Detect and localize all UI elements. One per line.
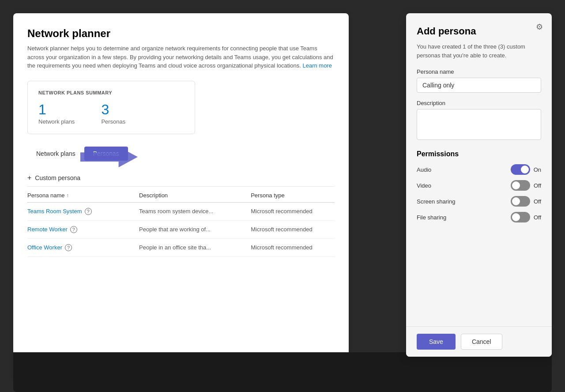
tabs: Network plans Personas: [27, 147, 335, 161]
main-panel: Network planner Network planner helps yo…: [13, 13, 349, 379]
summary-card: NETWORK PLANS SUMMARY 1 Network plans 3 …: [27, 81, 195, 134]
row-name-remote-worker: Remote Worker ?: [27, 226, 139, 233]
row-desc-remote-worker: People that are working of...: [139, 226, 251, 233]
panel-buttons: Save Cancel: [406, 326, 552, 357]
video-state-label: Off: [534, 182, 541, 189]
table-header: Persona name ↑ Description Persona type: [27, 188, 335, 203]
row-name-teams-room: Teams Room System ?: [27, 208, 139, 215]
svg-marker-0: [80, 147, 138, 167]
tab-network-plans[interactable]: Network plans: [27, 147, 84, 161]
side-panel-bottom-black: [406, 370, 552, 392]
permission-video: Video Off: [417, 180, 541, 191]
audio-toggle-knob: [521, 166, 529, 173]
file-sharing-toggle-group: Off: [511, 212, 541, 222]
video-toggle-knob: [512, 181, 520, 189]
audio-label: Audio: [417, 166, 431, 173]
file-sharing-toggle-knob: [512, 213, 520, 221]
plus-icon: +: [27, 174, 31, 182]
video-toggle-group: Off: [511, 180, 541, 191]
screen-sharing-toggle-knob: [512, 197, 520, 205]
table-row: Remote Worker ? People that are working …: [27, 221, 335, 239]
network-plans-stat: 1 Network plans: [38, 102, 75, 125]
description-textarea[interactable]: [417, 109, 541, 140]
add-custom-label: Custom persona: [35, 174, 80, 181]
table-row: Teams Room System ? Teams room system de…: [27, 203, 335, 221]
help-icon-office-worker[interactable]: ?: [65, 244, 72, 251]
row-desc-office-worker: People in an office site tha...: [139, 244, 251, 251]
persona-name-label: Persona name: [417, 68, 541, 75]
screen-sharing-label: Screen sharing: [417, 198, 455, 205]
row-desc-teams-room: Teams room system device...: [139, 208, 251, 215]
col-header-type: Persona type: [251, 192, 335, 199]
screen-sharing-state-label: Off: [534, 198, 541, 205]
file-sharing-state-label: Off: [534, 214, 541, 221]
screen-sharing-toggle[interactable]: [511, 196, 530, 207]
row-name-office-worker: Office Worker ?: [27, 244, 139, 251]
cancel-button[interactable]: Cancel: [461, 334, 502, 350]
permission-audio: Audio On: [417, 164, 541, 175]
help-icon-remote-worker[interactable]: ?: [70, 226, 77, 233]
side-panel-subtitle: You have created 1 of the three (3) cust…: [417, 42, 541, 60]
permissions-title: Permissions: [417, 150, 541, 158]
help-icon-teams-room[interactable]: ?: [85, 208, 92, 215]
permission-screen-sharing: Screen sharing Off: [417, 196, 541, 207]
file-sharing-label: File sharing: [417, 214, 446, 221]
row-type-remote-worker: Microsoft recommended: [251, 226, 335, 233]
screen-sharing-toggle-group: Off: [511, 196, 541, 207]
description-label: Description: [417, 100, 541, 106]
row-type-office-worker: Microsoft recommended: [251, 244, 335, 251]
gear-icon[interactable]: ⚙: [536, 23, 543, 31]
persona-name-input[interactable]: [417, 78, 541, 93]
summary-card-title: NETWORK PLANS SUMMARY: [38, 90, 184, 95]
summary-stats: 1 Network plans 3 Personas: [38, 102, 184, 125]
network-plans-count: 1: [38, 102, 75, 117]
page-description: Network planner helps you to determine a…: [27, 44, 335, 70]
table-row: Office Worker ? People in an office site…: [27, 239, 335, 257]
row-type-teams-room: Microsoft recommended: [251, 208, 335, 215]
permission-file-sharing: File sharing Off: [417, 212, 541, 222]
arrow-hint: [80, 144, 138, 170]
gear-icon-area: ⚙: [536, 22, 543, 32]
side-panel-title: Add persona: [417, 26, 541, 37]
audio-state-label: On: [534, 166, 541, 173]
audio-toggle[interactable]: [511, 164, 530, 175]
col-header-name[interactable]: Persona name ↑: [27, 192, 139, 199]
arrow-svg: [80, 144, 138, 170]
remote-worker-link[interactable]: Remote Worker: [27, 226, 68, 233]
office-worker-link[interactable]: Office Worker: [27, 244, 62, 251]
save-button[interactable]: Save: [417, 334, 456, 350]
video-label: Video: [417, 182, 431, 189]
network-plans-label: Network plans: [38, 118, 75, 125]
personas-label: Personas: [101, 118, 125, 125]
personas-stat: 3 Personas: [101, 102, 125, 125]
personas-count: 3: [101, 102, 125, 117]
file-sharing-toggle[interactable]: [511, 212, 530, 222]
audio-toggle-group: On: [511, 164, 541, 175]
add-custom-persona-row[interactable]: + Custom persona: [27, 170, 335, 187]
page-title: Network planner: [27, 27, 335, 40]
learn-more-link[interactable]: Learn more: [302, 62, 331, 69]
col-header-description: Description: [139, 192, 251, 199]
video-toggle[interactable]: [511, 180, 530, 191]
teams-room-link[interactable]: Teams Room System: [27, 208, 82, 215]
sort-arrow: ↑: [67, 192, 69, 198]
side-panel: ⚙ Add persona You have created 1 of the …: [406, 13, 552, 357]
